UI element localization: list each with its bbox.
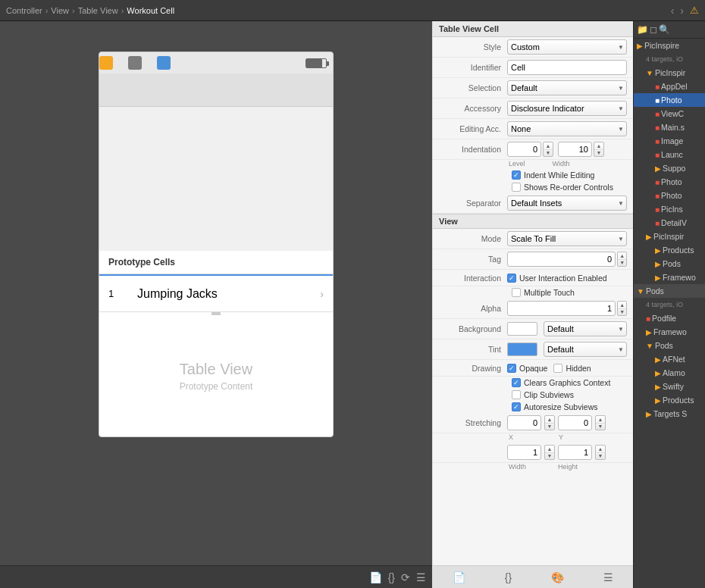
- hidden-checkbox[interactable]: [553, 364, 562, 373]
- width-input[interactable]: [558, 142, 592, 157]
- selection-select[interactable]: Default: [507, 80, 627, 95]
- tree-item-launc[interactable]: ■ Launc: [634, 148, 705, 161]
- indent-while-editing-checkbox[interactable]: ✓: [512, 170, 521, 180]
- clip-subviews-checkbox[interactable]: [512, 390, 521, 399]
- autoresize-subviews-checkbox-item[interactable]: ✓ Autoresize Subviews: [512, 402, 597, 411]
- tree-item-framewo-2[interactable]: ▶ Framewo: [634, 325, 705, 339]
- stretch-height-input[interactable]: [558, 445, 592, 460]
- tree-item-image[interactable]: ■ Image: [634, 134, 705, 148]
- tree-item-picinspir-group[interactable]: ▼ PicInspir: [634, 66, 705, 80]
- shows-reorder-checkbox-item[interactable]: Shows Re-order Controls: [512, 183, 613, 192]
- background-select[interactable]: Default: [544, 321, 627, 336]
- tree-item-alamo[interactable]: ▶ Alamo: [634, 366, 705, 380]
- tree-item-suppo[interactable]: ▶ Suppo: [634, 161, 705, 175]
- mode-select-wrapper[interactable]: Scale To Fill: [507, 231, 627, 246]
- file-tree-icon-1[interactable]: 📁: [637, 24, 648, 35]
- opaque-checkbox-item[interactable]: ✓ Opaque: [507, 364, 547, 373]
- tree-item-pods-root[interactable]: ▼ Pods: [634, 284, 705, 298]
- editing-acc-select[interactable]: None: [507, 121, 627, 136]
- tree-item-products-2[interactable]: ▶ Products: [634, 393, 705, 407]
- breadcrumb-table-view[interactable]: Table View: [78, 6, 118, 15]
- level-input[interactable]: [507, 142, 541, 157]
- separator-select[interactable]: Default Insets: [507, 195, 627, 211]
- stretch-width-input[interactable]: [507, 445, 541, 460]
- tree-item-pods-1[interactable]: ▶ Pods: [634, 257, 705, 271]
- tag-input[interactable]: [507, 252, 616, 267]
- tree-item-framewo-1[interactable]: ▶ Framewo: [634, 271, 705, 284]
- tag-stepper[interactable]: ▲ ▼: [617, 252, 627, 267]
- stretch-x-input[interactable]: [507, 415, 541, 430]
- breadcrumb-workout-cell[interactable]: Workout Cell: [127, 6, 174, 15]
- clears-graphics-checkbox[interactable]: ✓: [512, 378, 521, 387]
- shows-reorder-checkbox[interactable]: [512, 183, 521, 192]
- tree-item-targets-s[interactable]: ▶ Targets S: [634, 407, 705, 421]
- canvas-icon-2[interactable]: {}: [388, 571, 395, 583]
- breadcrumb-controller[interactable]: Controller: [6, 6, 42, 15]
- table-row[interactable]: 1 Jumping Jacks ›: [99, 274, 333, 312]
- alpha-row: Alpha ▲ ▼: [433, 299, 633, 319]
- stretch-height-stepper[interactable]: ▲ ▼: [595, 445, 606, 460]
- tree-item-appdel[interactable]: ■ AppDel: [634, 80, 705, 93]
- inspector-tab-attributes[interactable]: 🎨: [545, 568, 570, 586]
- tree-item-pods-2[interactable]: ▼ Pods: [634, 339, 705, 352]
- breadcrumb-view[interactable]: View: [51, 6, 69, 15]
- tree-item-viewc[interactable]: ■ ViewC: [634, 107, 705, 120]
- background-color-swatch[interactable]: [507, 322, 537, 336]
- style-select[interactable]: Custom: [507, 39, 627, 55]
- level-stepper[interactable]: ▲ ▼: [543, 142, 553, 157]
- accessory-select-wrapper[interactable]: Disclosure Indicator: [507, 101, 627, 116]
- alpha-input[interactable]: [507, 301, 616, 316]
- file-tree-search-icon[interactable]: 🔍: [659, 24, 670, 35]
- inspector-tab-file[interactable]: 📄: [446, 568, 472, 586]
- inspector-tab-connections[interactable]: ☰: [597, 568, 619, 586]
- tree-item-picinspire-root[interactable]: ▶ PicInspire: [634, 39, 705, 52]
- canvas-icon-4[interactable]: ☰: [416, 571, 426, 583]
- canvas-icon-1[interactable]: 📄: [369, 571, 382, 583]
- clip-subviews-checkbox-item[interactable]: Clip Subviews: [512, 390, 574, 399]
- accessory-select[interactable]: Disclosure Indicator: [507, 101, 627, 116]
- tree-item-mains[interactable]: ■ Main.s: [634, 120, 705, 134]
- identifier-input[interactable]: [507, 60, 627, 75]
- mode-select[interactable]: Scale To Fill: [507, 231, 627, 246]
- file-tree-icon-2[interactable]: ◻: [650, 24, 657, 35]
- tint-color-swatch[interactable]: [507, 342, 537, 356]
- tree-item-detailv[interactable]: ■ DetailV: [634, 216, 705, 230]
- user-interaction-checkbox-item[interactable]: ✓ User Interaction Enabled: [507, 274, 607, 283]
- alpha-stepper[interactable]: ▲ ▼: [617, 301, 627, 316]
- canvas-icon-3[interactable]: ⟳: [401, 571, 410, 583]
- separator-select-wrapper[interactable]: Default Insets: [507, 195, 627, 211]
- stretch-width-stepper[interactable]: ▲ ▼: [544, 445, 555, 460]
- tree-item-picins[interactable]: ■ PicIns: [634, 202, 705, 216]
- style-select-wrapper[interactable]: Custom: [507, 39, 627, 55]
- opaque-checkbox[interactable]: ✓: [507, 364, 516, 373]
- nav-forward-icon[interactable]: ›: [680, 5, 684, 17]
- tree-item-picinspir-2[interactable]: ▶ PicInspir: [634, 230, 705, 243]
- width-stepper[interactable]: ▲ ▼: [594, 142, 604, 157]
- tree-item-photo-3[interactable]: ■ Photo: [634, 189, 705, 202]
- user-interaction-checkbox[interactable]: ✓: [507, 274, 516, 283]
- nav-back-icon[interactable]: ‹: [671, 5, 675, 17]
- multiple-touch-row: Multiple Touch: [433, 286, 633, 299]
- selection-select-wrapper[interactable]: Default: [507, 80, 627, 95]
- tint-select[interactable]: Default: [544, 342, 627, 357]
- tint-select-wrapper[interactable]: Default: [544, 342, 627, 357]
- stretch-x-stepper[interactable]: ▲ ▼: [544, 415, 555, 430]
- inspector-tab-code[interactable]: {}: [499, 568, 518, 586]
- tree-item-podfile[interactable]: ■ Podfile: [634, 311, 705, 325]
- hidden-checkbox-item[interactable]: Hidden: [553, 364, 591, 373]
- editing-acc-select-wrapper[interactable]: None: [507, 121, 627, 136]
- tree-item-afnet[interactable]: ▶ AFNet: [634, 352, 705, 366]
- multiple-touch-checkbox-item[interactable]: Multiple Touch: [512, 288, 575, 297]
- autoresize-subviews-checkbox[interactable]: ✓: [512, 402, 521, 411]
- background-select-wrapper[interactable]: Default: [544, 321, 627, 336]
- tree-item-products-1[interactable]: ▶ Products: [634, 243, 705, 257]
- multiple-touch-checkbox[interactable]: [512, 288, 521, 297]
- stretch-y-input[interactable]: [558, 415, 592, 430]
- cell-resize-handle[interactable]: [212, 312, 221, 315]
- indent-while-editing-checkbox-item[interactable]: ✓ Indent While Editing: [512, 170, 594, 180]
- tree-item-photo-2[interactable]: ■ Photo: [634, 175, 705, 189]
- tree-item-swifty[interactable]: ▶ Swifty: [634, 380, 705, 393]
- stretch-y-stepper[interactable]: ▲ ▼: [595, 415, 606, 430]
- tree-item-photo-selected[interactable]: ■ Photo: [634, 93, 705, 107]
- clears-graphics-checkbox-item[interactable]: ✓ Clears Graphics Context: [512, 378, 610, 387]
